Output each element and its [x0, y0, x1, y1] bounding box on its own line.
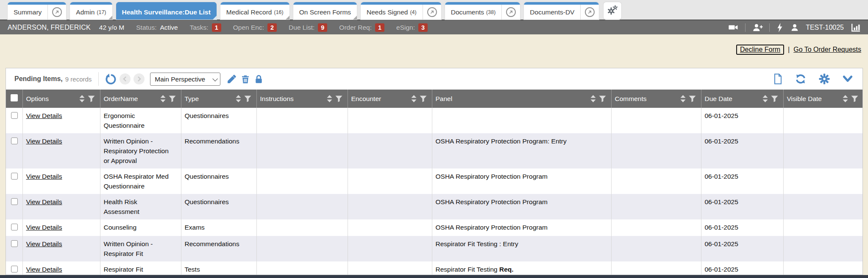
open-in-new-window-button[interactable] [47, 2, 66, 20]
row-checkbox[interactable] [11, 173, 18, 180]
filter-icon [771, 95, 778, 102]
lightning-icon[interactable] [776, 22, 784, 33]
tab-settings-button[interactable] [604, 2, 621, 20]
tab-documents-dv[interactable]: Documents-DV [524, 2, 599, 20]
visible-date-cell [783, 133, 863, 168]
order-req-badge[interactable]: 1 [375, 23, 384, 32]
row-checkbox[interactable] [11, 112, 18, 119]
edit-perspective-button[interactable] [226, 74, 237, 84]
column-label: Instructions [260, 95, 294, 103]
tab-label: Health Surveillance:Due List [122, 8, 211, 16]
decline-form-link[interactable]: Decline Form [740, 46, 780, 53]
comments-cell [611, 261, 701, 275]
esign-badge[interactable]: 3 [418, 23, 428, 32]
decline-form-focus-box: Decline Form [736, 45, 784, 55]
encounter-cell [348, 261, 432, 275]
view-details-link[interactable]: View Details [26, 224, 62, 231]
column-type[interactable]: Type [181, 90, 256, 108]
encounter-cell [348, 236, 432, 261]
grid-settings-button[interactable] [818, 73, 830, 85]
tab-count: (16) [274, 9, 284, 15]
sort-icon [762, 95, 768, 102]
column-visible-date[interactable]: Visible Date [783, 90, 863, 108]
tab-on-screen-forms[interactable]: On Screen Forms [293, 2, 357, 20]
panel-text: Respirator Fit Testing [436, 266, 498, 273]
bar-chart-icon[interactable] [850, 22, 861, 33]
patient-age-sex: 42 y/o M [99, 24, 124, 31]
tab-medical-record[interactable]: Medical Record (16) [220, 2, 289, 20]
new-document-button[interactable] [773, 73, 783, 85]
open-enc-badge[interactable]: 2 [267, 23, 277, 32]
tab-health-surveillance-due-list[interactable]: Health Surveillance:Due List [116, 2, 217, 20]
order-name: Ergonomic Questionnaire [104, 111, 172, 130]
next-page-button[interactable] [134, 73, 145, 84]
column-encounter[interactable]: Encounter [348, 90, 432, 108]
column-due-date[interactable]: Due Date [701, 90, 783, 108]
view-details-link[interactable]: View Details [26, 112, 62, 119]
delete-perspective-button[interactable] [240, 74, 250, 84]
patient-name: ANDERSON, FREDERICK [8, 24, 91, 31]
column-label: Panel [436, 95, 453, 103]
row-checkbox[interactable] [11, 198, 18, 205]
tab-admin[interactable]: Admin (17) [70, 2, 112, 20]
select-all-checkbox[interactable] [11, 94, 18, 101]
tab-needs-signed[interactable]: Needs Signed (4) [361, 2, 441, 20]
due-date-cell: 06-01-2025 [701, 168, 783, 194]
column-label: Type [185, 95, 199, 103]
lock-icon[interactable] [254, 74, 264, 84]
due-list-badge[interactable]: 9 [318, 23, 327, 32]
divider [745, 23, 746, 32]
collapse-chevron-button[interactable] [842, 74, 853, 84]
column-label: Encounter [351, 95, 381, 103]
tasks-badge[interactable]: 1 [212, 23, 221, 32]
due-date-cell: 06-01-2025 [701, 133, 783, 168]
divider [98, 72, 99, 86]
person-icon[interactable] [790, 23, 799, 32]
tab-label: Needs Signed [367, 8, 408, 16]
go-to-order-requests-link[interactable]: Go To Order Requests [793, 46, 861, 53]
due-date-cell: 06-01-2025 [701, 261, 783, 275]
tab-documents[interactable]: Documents (38) [445, 2, 520, 20]
open-in-new-window-button[interactable] [580, 2, 599, 20]
view-details-link[interactable]: View Details [26, 173, 62, 180]
column-options[interactable]: Options [22, 90, 100, 108]
filter-icon [88, 95, 95, 102]
view-details-link[interactable]: View Details [26, 266, 62, 273]
record-count: 9 records [65, 76, 92, 83]
link-separator: | [788, 46, 790, 53]
open-in-new-window-button[interactable] [423, 2, 441, 20]
refresh-button[interactable] [795, 73, 807, 85]
view-details-link[interactable]: View Details [26, 138, 62, 145]
filter-icon [244, 95, 251, 102]
column-comments[interactable]: Comments [611, 90, 701, 108]
type-cell: Questionnaires [181, 194, 256, 219]
due-list-label: Due List: [289, 24, 314, 31]
row-checkbox[interactable] [11, 266, 18, 272]
due-date-cell: 06-01-2025 [701, 108, 783, 133]
row-checkbox[interactable] [11, 138, 18, 144]
column-ordername[interactable]: OrderName [100, 90, 181, 108]
row-checkbox[interactable] [11, 224, 18, 230]
open-in-new-window-button[interactable] [501, 2, 520, 20]
view-details-link[interactable]: View Details [26, 240, 62, 247]
view-details-link[interactable]: View Details [26, 198, 62, 205]
pending-items-table: Options OrderName Type Instructions Enco… [6, 90, 863, 275]
tab-summary[interactable]: Summary [8, 2, 66, 20]
panel-cell: OSHA Respiratory Protection Program [432, 219, 611, 236]
video-camera-icon[interactable] [728, 22, 739, 33]
tab-label: Medical Record [226, 8, 272, 16]
previous-page-button[interactable] [120, 73, 131, 84]
column-panel[interactable]: Panel [432, 90, 611, 108]
column-instructions[interactable]: Instructions [256, 90, 348, 108]
visible-date-cell [783, 108, 863, 133]
reset-undo-button[interactable] [105, 73, 116, 85]
instructions-cell [256, 261, 348, 275]
add-person-icon[interactable] [752, 22, 763, 33]
select-all-header[interactable] [6, 90, 22, 108]
patient-id: TEST-10025 [806, 24, 844, 31]
filter-icon [689, 95, 696, 102]
row-checkbox[interactable] [11, 240, 18, 247]
perspective-select[interactable]: Main Perspective [150, 73, 220, 86]
panel-required-flag: Req. [499, 266, 514, 273]
tab-label: Summary [14, 8, 42, 16]
